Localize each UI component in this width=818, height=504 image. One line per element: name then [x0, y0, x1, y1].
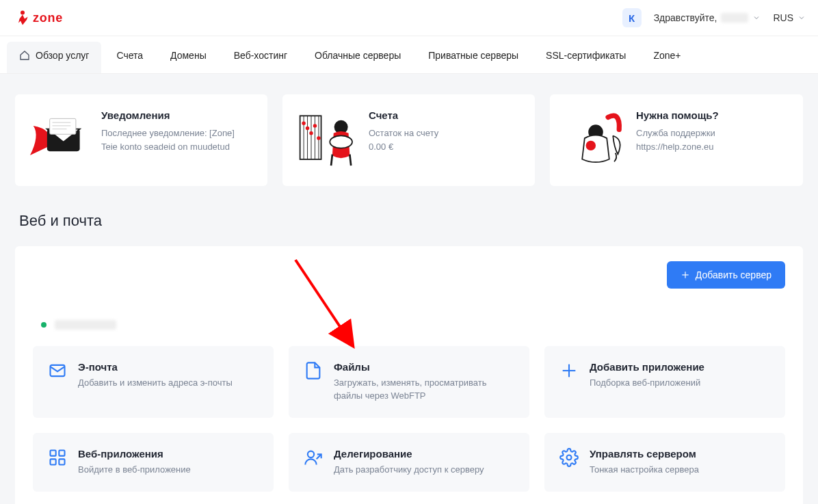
nav-private[interactable]: Приватные серверы	[416, 42, 531, 73]
tile-body: Войдите в веб-приложение	[78, 464, 191, 477]
nav-invoices[interactable]: Счета	[104, 42, 155, 73]
tile-manage-server[interactable]: Управлять сервером Тонкая настройка серв…	[544, 433, 785, 492]
user-menu[interactable]: Здравствуйте,	[654, 12, 761, 23]
nav-label: Приватные серверы	[428, 50, 518, 61]
card-invoices[interactable]: Счета Остаток на счету 0.00 €	[282, 94, 535, 186]
file-icon	[304, 361, 323, 380]
svg-point-13	[302, 122, 305, 125]
svg-point-15	[309, 131, 313, 135]
language-label: RUS	[773, 12, 793, 23]
action-tiles: Э-почта Добавить и изменить адреса э-поч…	[33, 346, 785, 492]
nav-cloud[interactable]: Облачные серверы	[302, 42, 413, 73]
tile-body: Подборка веб-приложений	[590, 377, 704, 390]
chevron-down-icon	[752, 14, 761, 22]
tile-files[interactable]: Файлы Загружать, изменять, просматривать…	[289, 346, 529, 418]
card-title: Нужна помощь?	[636, 109, 785, 121]
avatar[interactable]: К	[622, 8, 642, 27]
card-notifications[interactable]: Уведомления Последнее уведомление: [Zone…	[15, 94, 267, 186]
servers-block: Добавить сервер Э-почта Добавить и измен…	[15, 246, 803, 504]
tile-body: Загружать, изменять, просматривать файлы…	[334, 377, 514, 403]
summary-cards: Уведомления Последнее уведомление: [Zone…	[15, 94, 803, 186]
button-label: Добавить сервер	[696, 269, 771, 280]
server-name-redacted	[55, 320, 116, 330]
nav-label: Облачные серверы	[315, 50, 401, 61]
apps-icon	[48, 448, 67, 467]
gear-icon	[559, 448, 579, 467]
svg-rect-32	[59, 459, 64, 464]
plus-icon	[559, 361, 579, 380]
plus-icon	[681, 270, 690, 280]
add-server-button[interactable]: Добавить сервер	[667, 261, 785, 289]
notification-illustration	[30, 109, 89, 171]
server-heading[interactable]	[41, 320, 785, 330]
card-body-text: Последнее уведомление: [Zone] Teie konto…	[101, 127, 250, 153]
nav-ssl[interactable]: SSL-сертификаты	[533, 42, 638, 73]
nav-label: Обзор услуг	[36, 50, 89, 61]
svg-point-21	[586, 141, 596, 150]
tile-body: Дать разработчику доступ к серверу	[334, 464, 484, 477]
header: zone К Здравствуйте, RUS	[0, 0, 818, 36]
balance-value: 0.00 €	[369, 140, 438, 154]
card-title: Счета	[369, 109, 438, 121]
balance-label: Остаток на счету	[369, 127, 438, 140]
card-help[interactable]: Нужна помощь? Служба поддержки https://h…	[550, 94, 803, 186]
svg-point-33	[308, 451, 314, 457]
tile-body: Добавить и изменить адреса э-почты	[78, 377, 233, 390]
home-icon	[19, 50, 30, 61]
svg-rect-31	[51, 459, 56, 464]
nav-label: Домены	[170, 50, 207, 61]
svg-point-16	[313, 124, 317, 127]
user-share-icon	[304, 448, 323, 467]
nav-label: Веб-хостинг	[234, 50, 287, 61]
card-title: Уведомления	[101, 109, 250, 121]
tile-title: Делегирование	[334, 448, 484, 460]
svg-rect-3	[50, 118, 76, 134]
tile-title: Веб-приложения	[78, 448, 191, 460]
nav-domains[interactable]: Домены	[158, 42, 219, 73]
language-switcher[interactable]: RUS	[773, 12, 806, 23]
brand-logo[interactable]: zone	[12, 10, 94, 26]
main-nav: Обзор услуг Счета Домены Веб-хостинг Обл…	[0, 36, 818, 74]
svg-rect-30	[59, 450, 64, 455]
nav-overview[interactable]: Обзор услуг	[7, 42, 101, 73]
tile-body: Тонкая настройка сервера	[590, 464, 699, 477]
overview-panel: Уведомления Последнее уведомление: [Zone…	[0, 74, 818, 504]
svg-rect-29	[51, 450, 56, 455]
tile-email[interactable]: Э-почта Добавить и изменить адреса э-поч…	[33, 346, 274, 418]
help-illustration	[565, 109, 624, 171]
svg-point-0	[21, 11, 25, 15]
nav-label: Счета	[116, 50, 143, 61]
svg-point-35	[567, 455, 572, 460]
nav-label: Zone+	[653, 50, 681, 61]
invoices-illustration	[298, 109, 356, 171]
nav-label: SSL-сертификаты	[546, 50, 626, 61]
status-dot-icon	[41, 322, 47, 328]
tile-webapps[interactable]: Веб-приложения Войдите в веб-приложение	[33, 433, 274, 492]
card-body-text: Служба поддержки https://help.zone.eu	[636, 127, 785, 153]
nav-zoneplus[interactable]: Zone+	[641, 42, 693, 73]
svg-point-14	[306, 127, 309, 130]
tile-title: Э-почта	[78, 361, 233, 373]
chevron-down-icon	[797, 14, 806, 22]
tile-title: Добавить приложение	[590, 361, 704, 373]
tile-delegate[interactable]: Делегирование Дать разработчику доступ к…	[289, 433, 529, 492]
svg-point-17	[317, 136, 320, 140]
brand-text: zone	[33, 11, 63, 25]
greeting-text: Здравствуйте,	[654, 12, 717, 23]
tile-title: Управлять сервером	[590, 448, 699, 460]
section-title: Веб и почта	[19, 212, 803, 230]
nav-webhosting[interactable]: Веб-хостинг	[222, 42, 300, 73]
mail-icon	[48, 361, 67, 380]
svg-point-19	[330, 135, 352, 148]
tile-title: Файлы	[334, 361, 514, 373]
user-name-redacted	[721, 13, 748, 23]
tile-add-app[interactable]: Добавить приложение Подборка веб-приложе…	[544, 346, 785, 418]
